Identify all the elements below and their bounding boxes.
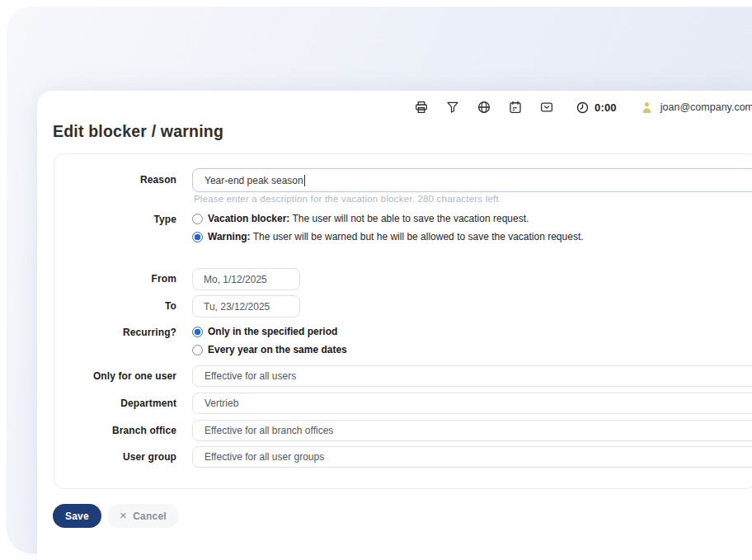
type-option-text: Vacation blocker: The user will not be a… [208,213,529,225]
branch-office-label: Branch office [54,425,176,436]
radio-checked-icon[interactable] [192,327,203,337]
user-email: joan@company.com [660,101,752,113]
radio-unchecked-icon[interactable] [192,345,203,355]
printer-icon[interactable] [414,100,429,115]
recurring-option-text: Only in the specified period [208,326,337,338]
cancel-button[interactable]: ✕ Cancel [107,504,179,528]
radio-checked-icon[interactable] [192,232,203,242]
from-date-value: Mo, 1/12/2025 [204,274,267,285]
save-button[interactable]: Save [53,504,101,528]
main-card: 0:00 joan@company.com Edit blocker / war… [37,91,752,560]
reason-label: Reason [54,174,176,186]
department-select[interactable]: Vertrieb [192,393,752,414]
reason-input[interactable]: Year-end peak season [192,168,752,192]
filter-icon[interactable] [445,100,460,115]
to-date-input[interactable]: Tu, 23/12/2025 [192,295,300,318]
text-caret [304,175,305,186]
recurring-option-specified-period[interactable]: Only in the specified period [192,326,337,338]
top-icon-bar: 0:00 joan@company.com [37,98,752,116]
reason-value: Year-end peak season [204,175,303,186]
timer-value: 0:00 [595,101,617,114]
from-date-input[interactable]: Mo, 1/12/2025 [192,268,300,290]
cancel-button-label: Cancel [133,511,167,522]
user-account[interactable]: joan@company.com [640,100,752,115]
radio-unchecked-icon[interactable] [192,214,203,224]
branch-office-value: Effective for all branch offices [204,425,333,436]
department-label: Department [54,398,176,409]
from-label: From [54,273,176,285]
close-icon: ✕ [120,511,127,521]
globe-icon[interactable] [477,100,491,115]
mail-icon[interactable] [539,100,554,115]
page-title: Edit blocker / warning [53,122,223,141]
recurring-option-every-year[interactable]: Every year on the same dates [192,344,347,356]
type-option-warning[interactable]: Warning: The user will be warned but he … [192,231,584,243]
reason-helper-text: Please enter a description for the vacat… [194,194,499,204]
time-tracker[interactable]: 0:00 [576,100,617,115]
recurring-label: Recurring? [54,327,176,338]
user-group-label: User group [54,451,176,463]
only-for-one-user-value: Effective for all users [204,370,296,382]
user-group-value: Effective for all user groups [204,451,324,463]
type-option-text: Warning: The user will be warned but he … [208,231,584,243]
user-group-select[interactable]: Effective for all user groups [192,446,752,468]
only-for-one-user-label: Only for one user [54,370,176,382]
clock-icon [576,100,590,115]
form-panel: Reason Year-end peak season Please enter… [54,153,752,489]
recurring-option-text: Every year on the same dates [208,344,347,356]
only-for-one-user-select[interactable]: Effective for all users [192,365,752,387]
calendar-icon[interactable] [508,100,523,115]
department-value: Vertrieb [204,398,238,409]
to-label: To [54,300,176,312]
type-label: Type [54,214,176,225]
branch-office-select[interactable]: Effective for all branch offices [192,420,752,441]
type-option-vacation-blocker[interactable]: Vacation blocker: The user will not be a… [192,213,529,225]
form-actions: Save ✕ Cancel [53,504,179,528]
user-icon [640,100,655,115]
to-date-value: Tu, 23/12/2025 [204,301,270,313]
